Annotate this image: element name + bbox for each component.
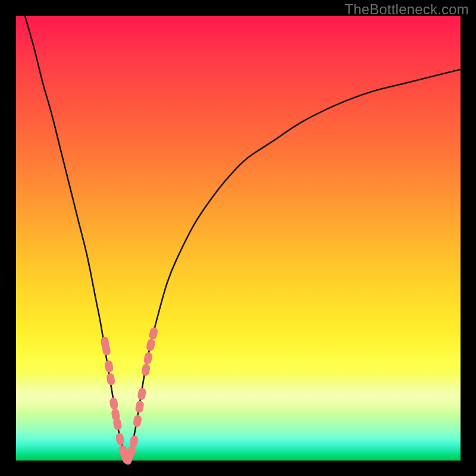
marker-pill — [133, 415, 142, 428]
marker-pill — [141, 364, 151, 377]
curve-left-branch — [25, 16, 127, 461]
chart-frame: TheBottleneck.com — [0, 0, 476, 476]
marker-pill — [146, 339, 156, 352]
marker-pill — [137, 387, 146, 400]
marker-pill — [148, 327, 158, 340]
marker-pill — [106, 372, 115, 386]
curves-layer — [0, 0, 476, 476]
marker-pill — [129, 435, 139, 449]
marker-pill — [104, 360, 114, 373]
marker-pill — [135, 400, 145, 414]
marker-pill — [143, 352, 153, 365]
watermark-text: TheBottleneck.com — [345, 1, 469, 18]
curve-right-branch — [127, 70, 461, 461]
marker-pill — [115, 433, 125, 446]
marker-pill — [109, 397, 118, 410]
